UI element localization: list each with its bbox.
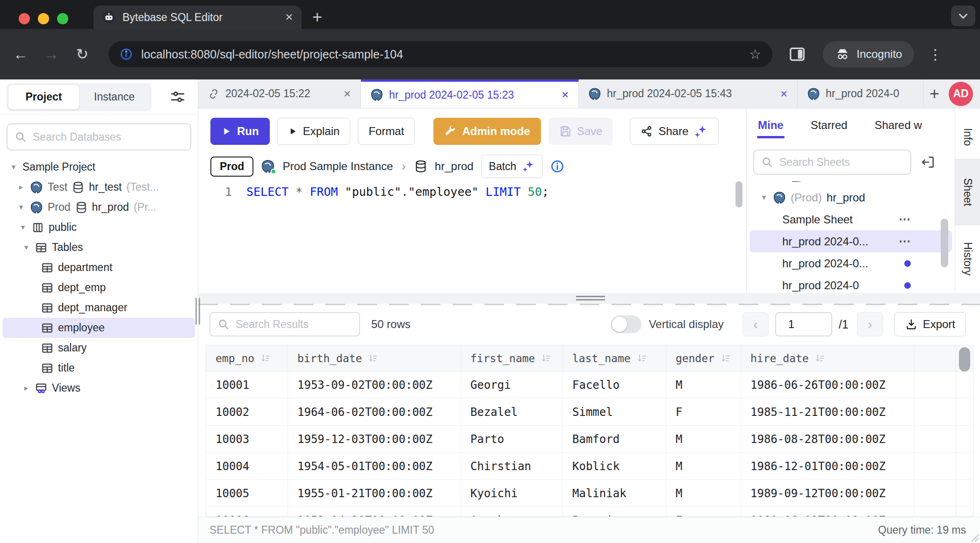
tab-mine[interactable]: Mine: [758, 119, 784, 132]
sidebar-resize-handle[interactable]: [195, 298, 201, 325]
column-header-gender[interactable]: gender: [666, 345, 741, 371]
info-icon[interactable]: [550, 159, 564, 173]
tree-item-project[interactable]: ▾ Sample Project: [0, 157, 198, 177]
results-search[interactable]: [209, 312, 360, 336]
column-header-first-name[interactable]: first_name: [461, 345, 563, 371]
tab-project[interactable]: Project: [8, 85, 79, 109]
tab-close-icon[interactable]: ✕: [343, 88, 351, 100]
tree-item-tables[interactable]: ▾ Tables: [0, 237, 198, 257]
sheet-menu-icon[interactable]: ⋯: [899, 212, 911, 227]
tree-item-table-employee[interactable]: employee: [3, 318, 195, 338]
database-search[interactable]: [7, 123, 191, 150]
save-button[interactable]: Save: [548, 118, 613, 145]
tree-item-test-database[interactable]: ▸ Test hr_test (Test...: [0, 177, 198, 197]
window-minimize-button[interactable]: [38, 13, 49, 24]
editor-tab-3[interactable]: hr_prod 2024-02-05 15:43 ✕: [579, 79, 798, 108]
new-tab-button[interactable]: +: [312, 6, 322, 29]
table-scrollbar-thumb[interactable]: [959, 347, 970, 372]
browser-menu-icon[interactable]: ⋮: [928, 46, 942, 63]
column-header-emp-no[interactable]: emp_no: [206, 345, 288, 371]
panel-resize-divider[interactable]: [198, 293, 980, 304]
caret-down-icon[interactable]: ▾: [17, 202, 25, 212]
results-search-input[interactable]: [236, 318, 353, 331]
rail-tab-info[interactable]: Info: [955, 115, 980, 159]
collapse-panel-button[interactable]: [921, 155, 936, 170]
url-bar[interactable]: localhost:8080/sql-editor/sheet/project-…: [108, 41, 772, 67]
tab-close-icon[interactable]: ✕: [561, 89, 569, 100]
caret-down-icon[interactable]: ▾: [19, 222, 27, 232]
sheet-menu-icon[interactable]: ⋯: [899, 234, 911, 249]
next-page-button[interactable]: ›: [857, 312, 883, 336]
bookmark-star-icon[interactable]: ☆: [749, 46, 761, 62]
column-header-last-name[interactable]: last_name: [563, 345, 666, 371]
site-info-icon[interactable]: [120, 48, 133, 61]
back-button[interactable]: ←: [12, 46, 29, 63]
tree-item-schema-public[interactable]: ▾ public: [0, 217, 198, 237]
caret-right-icon[interactable]: ▸: [17, 182, 25, 192]
sheet-item-unsaved[interactable]: hr_prod 2024-0: [749, 274, 952, 293]
sort-icon[interactable]: [368, 353, 379, 364]
admin-mode-button[interactable]: Admin mode: [433, 118, 540, 145]
editor-tab-1[interactable]: 2024-02-05 15:22 ✕: [198, 79, 361, 108]
tab-instance[interactable]: Instance: [79, 85, 150, 109]
editor-tab-4[interactable]: hr_prod 2024-0: [798, 79, 924, 108]
caret-down-icon[interactable]: ▾: [22, 243, 30, 252]
editor-tab-2-active[interactable]: hr_prod 2024-02-05 15:23 ✕: [361, 79, 579, 108]
caret-down-icon[interactable]: ▾: [9, 162, 18, 172]
tree-item-prod-database[interactable]: ▾ Prod hr_prod (Pr...: [0, 197, 198, 217]
side-panel-icon[interactable]: [788, 45, 806, 63]
sheet-search[interactable]: [753, 150, 911, 175]
table-row[interactable]: 10002 1964-06-02T00:00:00Z Bezalel Simme…: [206, 399, 973, 426]
browser-tab[interactable]: Bytebase SQL Editor ✕: [94, 6, 302, 29]
table-row[interactable]: 10003 1959-12-03T00:00:00Z Parto Bamford…: [206, 426, 973, 453]
sort-icon[interactable]: [720, 353, 731, 364]
rail-tab-history[interactable]: History: [955, 225, 980, 293]
caret-down-icon[interactable]: ▾: [760, 193, 768, 202]
sheet-item-sample-sheet[interactable]: Sample Sheet ⋯: [749, 208, 952, 230]
window-close-button[interactable]: [19, 13, 30, 24]
forward-button[interactable]: →: [43, 46, 60, 63]
rail-tab-sheet-active[interactable]: Sheet: [955, 159, 980, 225]
resize-grip-icon[interactable]: [969, 532, 979, 542]
tab-shared[interactable]: Shared w: [874, 119, 922, 132]
column-header-birth-date[interactable]: birth_date: [288, 345, 461, 371]
sort-icon[interactable]: [636, 353, 648, 364]
tab-starred[interactable]: Starred: [811, 119, 848, 132]
sort-icon[interactable]: [540, 353, 552, 364]
sheet-item-unsaved[interactable]: hr_prod 2024-0...: [749, 252, 952, 274]
sort-icon[interactable]: [814, 353, 826, 364]
format-button[interactable]: Format: [358, 118, 415, 145]
drag-handle[interactable]: [576, 296, 605, 300]
sql-editor[interactable]: 1 SELECT * FROM "public"."employee" LIMI…: [198, 179, 746, 293]
caret-right-icon[interactable]: ▸: [22, 383, 30, 393]
explain-button[interactable]: Explain: [277, 118, 351, 145]
tree-item-table-salary[interactable]: salary: [0, 338, 198, 358]
run-button[interactable]: Run: [210, 118, 270, 145]
sort-icon[interactable]: [260, 353, 271, 364]
database-search-input[interactable]: [33, 131, 184, 143]
new-sheet-tab-button[interactable]: +: [930, 84, 939, 104]
table-row[interactable]: 10005 1955-01-21T00:00:00Z Kyoichi Malin…: [206, 480, 973, 507]
browser-tab-close-icon[interactable]: ✕: [285, 12, 293, 23]
editor-scrollbar-thumb[interactable]: [735, 181, 742, 207]
table-row[interactable]: 10006 1953-04-20T00:00:00Z Anneke Preusi…: [206, 507, 973, 517]
sheet-search-input[interactable]: [779, 156, 904, 169]
batch-button[interactable]: Batch: [481, 155, 543, 178]
sheet-scrollbar-thumb[interactable]: [941, 219, 948, 267]
column-header-hire-date[interactable]: hire_date: [741, 345, 915, 371]
window-maximize-button[interactable]: [57, 13, 68, 24]
tree-item-table-title[interactable]: title: [0, 358, 198, 378]
prev-page-button[interactable]: ‹: [742, 312, 769, 336]
tree-item-table-dept-emp[interactable]: dept_emp: [0, 278, 198, 298]
page-number-input[interactable]: [775, 312, 832, 336]
tree-item-table-dept-manager[interactable]: dept_manager: [0, 298, 198, 318]
tab-overview-button[interactable]: [951, 6, 975, 26]
export-button[interactable]: Export: [894, 312, 966, 336]
tree-item-views[interactable]: ▸ Views: [0, 378, 198, 398]
share-button[interactable]: Share: [630, 118, 719, 145]
tab-close-icon[interactable]: ✕: [780, 88, 788, 100]
sheet-group-prod-hr-prod[interactable]: ▾ (Prod) hr_prod: [749, 186, 952, 208]
tree-item-table-department[interactable]: department: [0, 257, 198, 278]
table-row[interactable]: 10001 1953-09-02T00:00:00Z Georgi Facell…: [206, 372, 973, 399]
filter-settings-button[interactable]: [170, 89, 186, 105]
